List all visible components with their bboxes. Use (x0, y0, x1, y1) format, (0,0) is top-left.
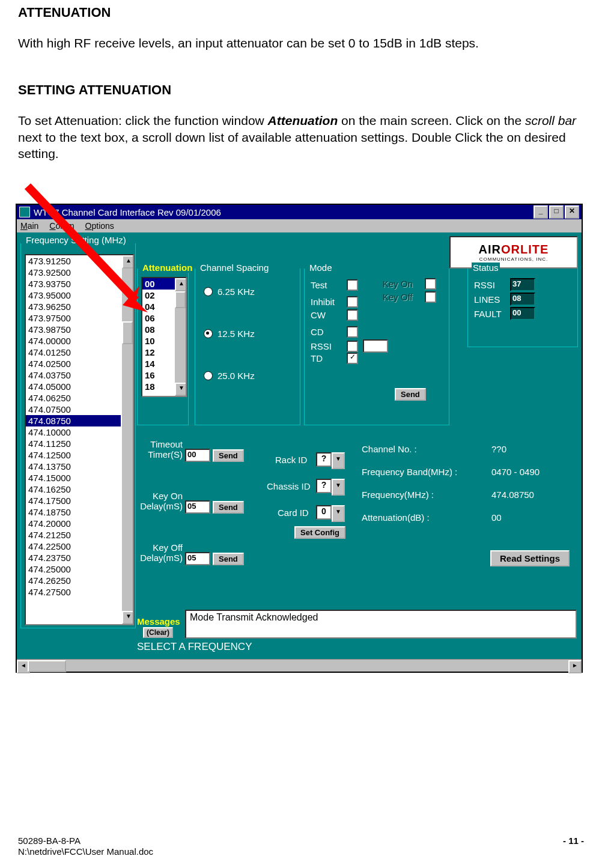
list-item[interactable]: 474.18750 (26, 506, 121, 518)
chevron-down-icon[interactable]: ▼ (332, 505, 345, 522)
label: FAULT (474, 309, 510, 319)
rssi-value-input[interactable]: 0 (363, 339, 388, 353)
radio-6-25khz[interactable]: 6.25 KHz (204, 287, 255, 297)
radio-25-0khz[interactable]: 25.0 KHz (204, 371, 255, 381)
keyon-send-button[interactable]: Send (213, 501, 244, 514)
list-item[interactable]: 474.17500 (26, 495, 121, 506)
brand-logo: AIRORLITE COMMUNICATIONS, INC. (449, 236, 578, 269)
list-item[interactable]: 474.08750 (26, 415, 121, 426)
read-settings-button[interactable]: Read Settings (490, 550, 570, 566)
list-item[interactable]: 473.98750 (26, 324, 121, 335)
select-a-frequency-text: SELECT A FREQUENCY (137, 641, 252, 653)
scroll-down-button[interactable]: ▼ (122, 611, 134, 624)
list-item[interactable]: 474.16250 (26, 484, 121, 495)
timeout-input[interactable]: 00 (185, 449, 210, 462)
list-item[interactable]: 474.22500 (26, 541, 121, 552)
list-item[interactable]: 474.06250 (26, 392, 121, 404)
label-disabled: Key Off (383, 292, 425, 302)
status-rssi-value: 37 (510, 278, 535, 291)
radio-12-5khz[interactable]: 12.5 KHz (204, 329, 255, 339)
checkbox-td[interactable]: ✓ (347, 353, 358, 364)
menu-comm[interactable]: Comm (49, 221, 74, 231)
clear-button[interactable]: (Clear) (143, 627, 173, 638)
list-item[interactable]: 474.23750 (26, 552, 121, 563)
scrollbar-vertical[interactable]: ▲ ▼ (175, 278, 186, 396)
maximize-button[interactable]: □ (549, 205, 564, 219)
app-window: WTC7 Channel Card Interface Rev 09/01/20… (16, 204, 583, 673)
chevron-down-icon[interactable]: ▼ (332, 479, 345, 496)
list-item[interactable]: 473.91250 (26, 255, 121, 267)
card-id-label: Card ID (278, 508, 309, 518)
scroll-thumb[interactable] (28, 660, 66, 672)
mode-keyoff-row: Key Off (383, 291, 436, 303)
checkbox-test[interactable] (347, 279, 358, 291)
text-italic: scroll bar (525, 114, 576, 127)
set-config-button[interactable]: Set Config (294, 526, 345, 539)
list-item[interactable]: 474.10000 (26, 426, 121, 438)
rack-id-dropdown[interactable]: ?▼ (316, 452, 345, 469)
list-item[interactable]: 474.05000 (26, 381, 121, 392)
list-item[interactable]: 473.95000 (26, 290, 121, 301)
scroll-right-button[interactable]: ► (568, 660, 582, 673)
label: TD (311, 353, 347, 363)
keyoff-input[interactable]: 05 (185, 552, 210, 565)
card-id-dropdown[interactable]: 0▼ (316, 505, 345, 522)
list-item[interactable]: 474.12500 (26, 449, 121, 461)
checkbox-inhibit[interactable] (347, 296, 358, 308)
scroll-thumb[interactable] (122, 321, 133, 344)
list-item[interactable]: 473.97500 (26, 312, 121, 324)
menu-options[interactable]: Options (85, 221, 114, 231)
group-label: Status (472, 263, 500, 273)
close-button[interactable]: ✕ (565, 205, 579, 219)
scrollbar-vertical[interactable]: ▲ ▼ (122, 255, 133, 624)
list-item[interactable]: 474.07500 (26, 404, 121, 415)
keyoff-label: Key OffDelay(mS) (133, 542, 183, 563)
list-item[interactable]: 474.21250 (26, 529, 121, 541)
list-item[interactable]: 474.26250 (26, 575, 121, 586)
checkbox-keyon[interactable] (425, 278, 436, 290)
list-item[interactable]: 474.13750 (26, 461, 121, 472)
list-item[interactable]: 474.03750 (26, 369, 121, 381)
list-item[interactable]: 473.92500 (26, 267, 121, 278)
chevron-down-icon[interactable]: ▼ (332, 452, 345, 469)
checkbox-keyoff[interactable] (425, 291, 436, 303)
text-emph: Attenuation (268, 114, 338, 127)
radio-label: 12.5 KHz (217, 329, 255, 339)
dropdown-value: 0 (316, 505, 332, 520)
paragraph-intro: With high RF receive levels, an input at… (18, 35, 584, 51)
chassis-id-dropdown[interactable]: ?▼ (316, 479, 345, 496)
list-item[interactable]: 474.25000 (26, 563, 121, 575)
list-item[interactable]: 474.01250 (26, 347, 121, 358)
scrollbar-horizontal[interactable]: ◄ ► (17, 659, 582, 672)
keyon-input[interactable]: 05 (185, 500, 210, 514)
scroll-down-button[interactable]: ▼ (175, 383, 187, 396)
scroll-thumb[interactable] (175, 291, 186, 308)
timeout-send-button[interactable]: Send (213, 449, 244, 462)
scroll-up-button[interactable]: ▲ (175, 278, 187, 291)
info-freqband-value: 0470 - 0490 (491, 467, 540, 477)
list-item[interactable]: 474.00000 (26, 335, 121, 347)
list-item[interactable]: 474.20000 (26, 518, 121, 529)
attenuation-listbox[interactable]: 00020406081012141618 ▲ ▼ (141, 277, 187, 397)
scroll-up-button[interactable]: ▲ (122, 255, 134, 269)
checkbox-rssi[interactable] (347, 341, 358, 352)
frequency-listbox[interactable]: 473.91250473.92500473.93750473.95000473.… (25, 254, 134, 625)
menu-main[interactable]: Main (20, 221, 38, 231)
list-item[interactable]: 474.11250 (26, 438, 121, 449)
minimize-button[interactable]: _ (534, 205, 548, 219)
keyoff-send-button[interactable]: Send (213, 553, 244, 565)
list-item[interactable]: 474.27500 (26, 586, 121, 598)
info-freqband-label: Frequency Band(MHz) : (362, 467, 457, 477)
list-item[interactable]: 474.15000 (26, 472, 121, 484)
footer-page-number: - 11 - (563, 836, 584, 857)
group-label: Frequency Setting (MHz) (25, 235, 127, 245)
group-label: Attenuation (141, 263, 193, 273)
list-item[interactable]: 474.02500 (26, 358, 121, 369)
list-item[interactable]: 473.93750 (26, 278, 121, 290)
label: RSSI (474, 280, 510, 290)
checkbox-cd[interactable] (347, 326, 358, 338)
checkbox-cw[interactable] (347, 309, 358, 321)
mode-send-button[interactable]: Send (395, 388, 426, 401)
list-item[interactable]: 473.96250 (26, 301, 121, 312)
label: RSSI (311, 341, 347, 351)
